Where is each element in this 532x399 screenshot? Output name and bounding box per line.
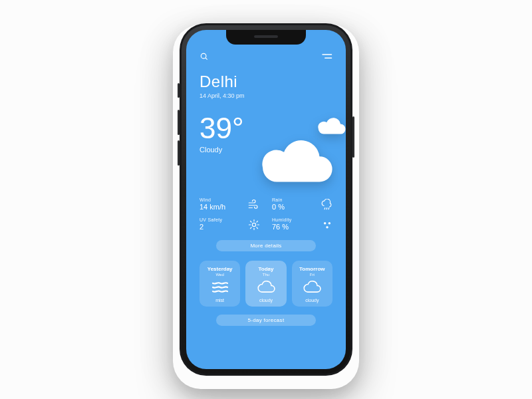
wind-icon: [247, 199, 260, 211]
sun-icon: [248, 219, 260, 231]
metric-humidity: Humidity 76 %: [272, 217, 332, 231]
svg-line-15: [257, 221, 258, 222]
svg-line-12: [250, 221, 251, 222]
day-date: Thu: [263, 273, 269, 277]
day-date: Wed: [216, 273, 224, 277]
humidity-icon: [322, 220, 332, 231]
menu-icon[interactable]: [321, 53, 332, 61]
metric-rain: Rain 0 %: [272, 198, 332, 211]
cloud-icon: [301, 279, 323, 295]
svg-line-1: [205, 58, 207, 60]
wind-label: Wind: [200, 198, 225, 202]
rain-value: 0 %: [272, 203, 285, 211]
rain-label: Rain: [272, 198, 285, 202]
mist-icon: [210, 279, 230, 295]
search-icon[interactable]: [200, 52, 209, 61]
day-cards: Yesterday Wed mist Today Thu: [200, 261, 332, 307]
uv-value: 2: [200, 223, 222, 231]
cloud-small-icon: [314, 118, 346, 140]
metric-uv: UV Safety 2: [200, 217, 260, 231]
metrics-grid: Wind 14 km/h Rain 0 %: [200, 198, 332, 231]
day-title: Tomorrow: [299, 266, 325, 272]
svg-line-5: [327, 208, 327, 209]
svg-line-13: [257, 227, 258, 229]
svg-point-18: [326, 226, 328, 228]
humidity-label: Humidity: [272, 217, 292, 222]
svg-line-4: [325, 208, 325, 209]
phone-frame: Delhi 14 April, 4:30 pm 39° Cloudy: [180, 23, 352, 376]
svg-line-14: [250, 227, 251, 229]
day-condition: cloudy: [259, 298, 273, 303]
day-condition: mist: [215, 298, 224, 303]
day-title: Today: [259, 266, 274, 272]
wind-value: 14 km/h: [200, 203, 225, 211]
datetime-label: 14 April, 4:30 pm: [200, 92, 332, 99]
cloud-large-icon: [251, 140, 336, 194]
svg-point-7: [252, 223, 255, 226]
svg-point-16: [324, 222, 326, 224]
day-card-tomorrow[interactable]: Tomorrow Fri cloudy: [292, 261, 332, 307]
location-header: Delhi 14 April, 4:30 pm: [200, 72, 332, 99]
svg-point-17: [329, 222, 331, 224]
day-card-yesterday[interactable]: Yesterday Wed mist: [200, 261, 240, 307]
day-card-today[interactable]: Today Thu cloudy: [245, 261, 286, 307]
svg-point-0: [201, 53, 206, 59]
day-date: Fri: [310, 273, 315, 277]
day-condition: cloudy: [305, 298, 319, 303]
cloud-icon: [255, 279, 277, 295]
app-screen: Delhi 14 April, 4:30 pm 39° Cloudy: [186, 30, 346, 369]
uv-label: UV Safety: [200, 217, 222, 222]
metric-wind: Wind 14 km/h: [200, 198, 260, 211]
svg-line-6: [329, 208, 329, 209]
temperature: 39°: [200, 114, 332, 143]
day-title: Yesterday: [207, 266, 233, 272]
more-details-button[interactable]: More details: [216, 240, 316, 251]
humidity-value: 76 %: [272, 223, 292, 231]
city-name: Delhi: [200, 72, 332, 91]
rain-icon: [321, 199, 332, 211]
forecast-button[interactable]: 5-day forecast: [216, 315, 316, 326]
